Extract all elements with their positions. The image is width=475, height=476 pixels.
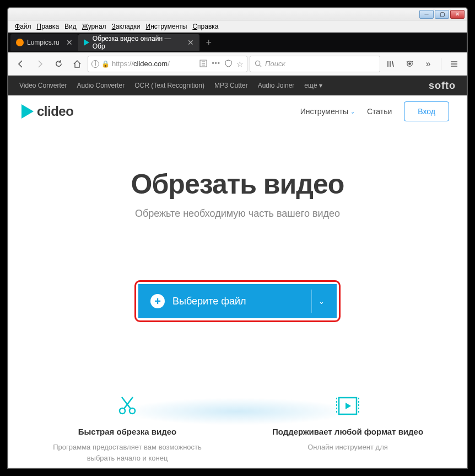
svg-line-19 — [122, 397, 131, 409]
svg-point-4 — [255, 61, 260, 65]
tab-close-icon[interactable]: ✕ — [187, 38, 194, 47]
url-bar[interactable]: i 🔒 https://clideo.com/ ••• ☆ — [88, 56, 247, 72]
menu-bookmarks[interactable]: Закладки — [110, 23, 143, 30]
site-info-icon[interactable]: i — [91, 60, 99, 68]
hamburger-menu-icon[interactable] — [446, 56, 462, 72]
features-row: Быстрая обрезка видео Программа предоста… — [8, 394, 467, 463]
new-tab-button[interactable]: + — [202, 35, 216, 50]
search-bar[interactable]: Поиск — [250, 56, 380, 72]
svg-point-12 — [412, 61, 413, 62]
tool-link-more[interactable]: ещё ▾ — [304, 82, 322, 89]
library-icon[interactable] — [382, 56, 399, 72]
nav-toolbar: i 🔒 https://clideo.com/ ••• ☆ Поиск » — [8, 52, 467, 76]
video-format-icon — [268, 394, 428, 418]
search-placeholder: Поиск — [265, 60, 285, 68]
page-content: clideo Инструменты ⌄ Статьи Вход Обрезат… — [8, 95, 467, 468]
feature-fast-cut: Быстрая обрезка видео Программа предоста… — [47, 394, 207, 463]
browser-menubar: Файл Правка Вид Журнал Закладки Инструме… — [8, 20, 467, 33]
hero-subtitle: Обрежьте необходимую часть вашего видео — [19, 208, 456, 220]
choose-file-button[interactable]: + Выберите файл ⌄ — [138, 284, 337, 318]
feature-title: Поддерживает любой формат видео — [268, 427, 428, 436]
tool-link[interactable]: Audio Joiner — [258, 82, 295, 89]
window-titlebar: ─ ▢ ✕ — [8, 8, 467, 20]
hero-section: Обрезать видео Обрежьте необходимую част… — [8, 127, 467, 231]
upload-label: Выберите файл — [172, 296, 246, 307]
softo-logo[interactable]: softo — [429, 80, 456, 92]
feature-desc: Программа предоставляет вам возможность … — [47, 442, 207, 463]
softo-toolbar: Video Converter Audio Converter OCR (Tex… — [8, 76, 467, 95]
favicon-icon — [84, 39, 89, 46]
lock-icon: 🔒 — [101, 60, 110, 68]
tab-close-icon[interactable]: ✕ — [66, 38, 73, 47]
tab-title: Обрезка видео онлайн — Обр — [93, 35, 181, 50]
feature-title: Быстрая обрезка видео — [47, 427, 207, 436]
tab-bar: Lumpics.ru ✕ Обрезка видео онлайн — Обр … — [8, 33, 467, 52]
tool-link[interactable]: Video Converter — [19, 82, 67, 89]
tool-link[interactable]: Audio Converter — [77, 82, 125, 89]
svg-point-10 — [408, 62, 411, 65]
window-close-button[interactable]: ✕ — [450, 10, 465, 19]
tab-clideo[interactable]: Обрезка видео онлайн — Обр ✕ — [78, 34, 199, 51]
tool-link[interactable]: MP3 Cutter — [214, 82, 248, 89]
menu-view[interactable]: Вид — [62, 23, 79, 30]
chevron-down-icon: ⌄ — [350, 109, 355, 115]
back-button[interactable] — [13, 56, 29, 72]
url-text: https://clideo.com/ — [112, 60, 170, 68]
svg-point-16 — [120, 408, 125, 414]
menu-edit[interactable]: Правка — [35, 23, 62, 30]
logo-text: clideo — [37, 104, 73, 119]
page-actions-icon[interactable]: ••• — [212, 60, 220, 68]
clideo-logo[interactable]: clideo — [21, 104, 73, 119]
protection-icon[interactable] — [225, 60, 232, 68]
tool-link[interactable]: OCR (Text Recognition) — [134, 82, 204, 89]
svg-point-11 — [406, 61, 407, 62]
search-icon — [255, 60, 262, 67]
logo-play-icon — [21, 104, 34, 119]
menu-file[interactable]: Файл — [13, 23, 34, 30]
hero-title: Обрезать видео — [19, 168, 456, 200]
svg-line-5 — [260, 65, 261, 67]
bookmark-star-icon[interactable]: ☆ — [236, 60, 244, 68]
window-minimize-button[interactable]: ─ — [419, 10, 434, 19]
site-header: clideo Инструменты ⌄ Статьи Вход — [8, 95, 467, 127]
feature-any-format: Поддерживает любой формат видео Онлайн и… — [268, 394, 428, 463]
menu-history[interactable]: Журнал — [80, 23, 109, 30]
svg-point-17 — [129, 408, 135, 414]
extension-icon[interactable] — [401, 56, 418, 72]
scissors-icon — [47, 394, 207, 418]
overflow-icon[interactable]: » — [420, 56, 436, 72]
login-button[interactable]: Вход — [404, 101, 449, 121]
upload-highlight: + Выберите файл ⌄ — [134, 280, 341, 322]
favicon-icon — [16, 39, 24, 46]
nav-articles[interactable]: Статьи — [367, 107, 392, 116]
menu-help[interactable]: Справка — [190, 23, 220, 30]
svg-line-8 — [392, 61, 393, 67]
menu-tools[interactable]: Инструменты — [144, 23, 190, 30]
reader-icon[interactable] — [199, 60, 207, 68]
feature-desc: Онлайн инструмент для — [268, 442, 428, 453]
tab-lumpics[interactable]: Lumpics.ru ✕ — [10, 34, 78, 51]
nav-tools[interactable]: Инструменты ⌄ — [300, 107, 355, 116]
tab-title: Lumpics.ru — [27, 39, 60, 46]
chevron-down-icon[interactable]: ⌄ — [319, 297, 325, 306]
window-maximize-button[interactable]: ▢ — [435, 10, 449, 19]
home-button[interactable] — [69, 56, 85, 72]
forward-button[interactable] — [31, 56, 48, 72]
svg-line-18 — [124, 397, 133, 409]
plus-icon: + — [150, 294, 165, 308]
reload-button[interactable] — [50, 56, 67, 72]
